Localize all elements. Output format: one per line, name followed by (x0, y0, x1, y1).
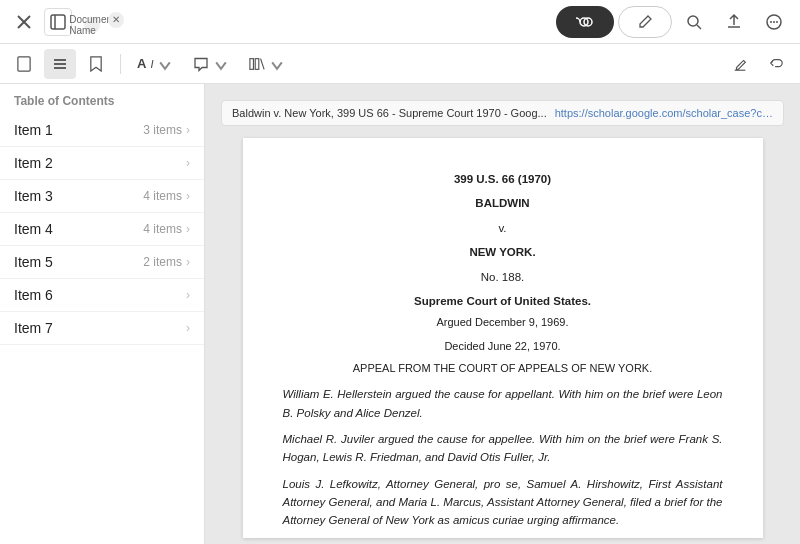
list-view-button[interactable] (44, 49, 76, 79)
sidebar: Table of Contents Item 1 3 items › Item … (0, 84, 205, 544)
toolbar: A I (0, 44, 800, 84)
text-tool-button[interactable]: A I (129, 49, 181, 79)
sidebar-item-3[interactable]: Item 3 4 items › (0, 180, 204, 213)
topbar-right-controls (680, 8, 788, 36)
sidebar-item-count-1: 3 items (143, 123, 182, 137)
citation-bar: Baldwin v. New York, 399 US 66 - Supreme… (221, 100, 784, 126)
highlight-button[interactable] (724, 49, 756, 79)
case-decided: Decided June 22, 1970. (283, 338, 723, 356)
sidebar-item-arrow-6: › (186, 288, 190, 302)
sidebar-item-label-2: Item 2 (14, 155, 182, 171)
topbar: Document Name ✕ (0, 0, 800, 44)
sidebar-item-arrow-4: › (186, 222, 190, 236)
edit-button[interactable] (618, 6, 672, 38)
case-citation: 399 U.S. 66 (1970) (283, 170, 723, 188)
sidebar-item-label-6: Item 6 (14, 287, 182, 303)
paragraph-67: 67 "67 MR. JUSTICE WHITE announced the j… (283, 540, 723, 544)
undo-button[interactable] (760, 49, 792, 79)
bookmark-view-button[interactable] (80, 49, 112, 79)
topbar-center-controls (556, 6, 672, 38)
svg-rect-10 (18, 56, 30, 70)
sidebar-item-arrow-3: › (186, 189, 190, 203)
sidebar-item-arrow-1: › (186, 123, 190, 137)
title-close-btn[interactable]: ✕ (108, 12, 124, 28)
citation-url: https://scholar.google.com/scholar_case?… (555, 107, 773, 119)
sidebar-item-label-5: Item 5 (14, 254, 143, 270)
sidebar-item-4[interactable]: Item 4 4 items › (0, 213, 204, 246)
sidebar-item-label-1: Item 1 (14, 122, 143, 138)
document-title: Document Name ✕ (80, 10, 548, 33)
svg-rect-2 (51, 15, 65, 29)
more-icon-btn[interactable] (760, 8, 788, 36)
page-view-button[interactable] (8, 49, 40, 79)
document-area[interactable]: Baldwin v. New York, 399 US 66 - Supreme… (205, 84, 800, 544)
document-page: 399 U.S. 66 (1970) BALDWIN v. NEW YORK. … (243, 138, 763, 538)
sidebar-item-label-7: Item 7 (14, 320, 182, 336)
sidebar-item-2[interactable]: Item 2 › (0, 147, 204, 180)
sidebar-item-6[interactable]: Item 6 › (0, 279, 204, 312)
case-court: Supreme Court of United States. (283, 292, 723, 310)
sidebar-header: Table of Contents (0, 84, 204, 114)
sidebar-item-label-4: Item 4 (14, 221, 143, 237)
case-argued: Argued December 9, 1969. (283, 314, 723, 332)
citation-title: Baldwin v. New York, 399 US 66 - Supreme… (232, 107, 547, 119)
counsel-1: William E. Hellerstein argued the cause … (283, 385, 723, 422)
case-v: v. (283, 219, 723, 237)
sidebar-item-count-4: 4 items (143, 222, 182, 236)
svg-point-4 (688, 16, 698, 26)
para-67-num: 67 (283, 540, 303, 544)
main-content: Table of Contents Item 1 3 items › Item … (0, 84, 800, 544)
sidebar-item-arrow-2: › (186, 156, 190, 170)
comment-tool-button[interactable] (185, 49, 237, 79)
case-no: No. 188. (283, 268, 723, 286)
text-tool-label: A (137, 56, 146, 71)
sidebar-item-count-3: 4 items (143, 189, 182, 203)
case-name: BALDWIN (283, 194, 723, 212)
sidebar-item-count-5: 2 items (143, 255, 182, 269)
text-tool-italic: I (150, 58, 153, 70)
case-appeal: APPEAL FROM THE COURT OF APPEALS OF NEW … (283, 360, 723, 378)
sidebar-item-arrow-5: › (186, 255, 190, 269)
svg-rect-15 (256, 58, 260, 69)
counsel-3: Louis J. Lefkowitz, Attorney General, pr… (283, 475, 723, 530)
case-party: NEW YORK. (283, 243, 723, 261)
para-67-text: "67 MR. JUSTICE WHITE announced the judg… (311, 540, 723, 544)
toolbar-divider-1 (120, 54, 121, 74)
svg-rect-14 (250, 58, 254, 69)
sidebar-item-5[interactable]: Item 5 2 items › (0, 246, 204, 279)
sidebar-item-arrow-7: › (186, 321, 190, 335)
sidebar-item-7[interactable]: Item 7 › (0, 312, 204, 345)
share-icon-btn[interactable] (720, 8, 748, 36)
title-text: Document Name (84, 17, 100, 33)
infinity-button[interactable] (556, 6, 614, 38)
tab-icon[interactable] (44, 8, 72, 36)
library-tool-button[interactable] (241, 49, 293, 79)
toolbar-right (724, 49, 792, 79)
close-button[interactable] (12, 10, 36, 34)
svg-line-5 (697, 25, 701, 29)
counsel-2: Michael R. Juviler argued the cause for … (283, 430, 723, 467)
search-icon-btn[interactable] (680, 8, 708, 36)
sidebar-item-1[interactable]: Item 1 3 items › (0, 114, 204, 147)
sidebar-item-label-3: Item 3 (14, 188, 143, 204)
